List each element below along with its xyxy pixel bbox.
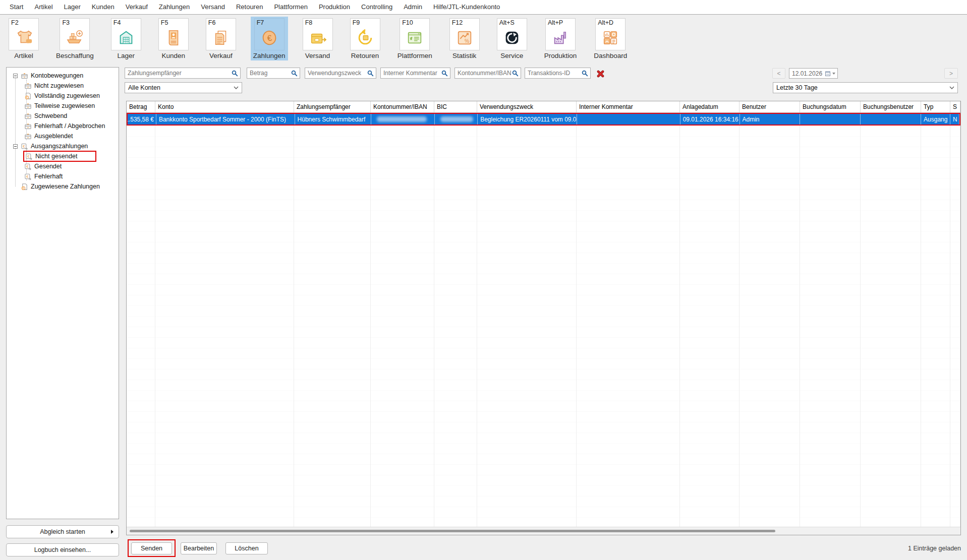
date-next-button[interactable]: > [944, 68, 958, 79]
menu-hilfe[interactable]: Hilfe/JTL-Kundenkonto [428, 3, 505, 11]
toolbar-button-versand[interactable]: F8 Versand [300, 17, 335, 60]
search-icon[interactable] [232, 70, 238, 77]
filter-kontonummer-iban-input[interactable] [455, 70, 512, 77]
abgleich-starten-button[interactable]: Abgleich starten [6, 525, 119, 538]
grid-column-line [294, 126, 371, 527]
collapse-icon[interactable] [13, 144, 18, 149]
toolbar-label: Produktion [544, 52, 577, 59]
toolbar-button-kunden[interactable]: F5 Kunden [156, 17, 191, 60]
column-header-bic[interactable]: BIC [434, 101, 477, 112]
date-prev-button[interactable]: < [772, 68, 785, 79]
table-row-selected[interactable]: 1.535,58 € Bankkonto Sportbedarf Sommer … [127, 113, 960, 126]
factory-icon [551, 28, 570, 47]
menu-plattformen[interactable]: Plattformen [268, 3, 313, 11]
toolbar-button-produktion[interactable]: Alt+P Produktion [542, 17, 580, 60]
filter-interner-kommentar-input[interactable] [381, 70, 441, 77]
menu-produktion[interactable]: Produktion [313, 3, 356, 11]
column-header-verwendungszweck[interactable]: Verwendungszweck [477, 101, 577, 112]
tree-item-zugewiesene-zahlungen[interactable]: € Zugewiesene Zahlungen [7, 181, 119, 192]
column-header-status[interactable]: S [950, 101, 960, 112]
scrollbar-thumb[interactable] [130, 530, 775, 532]
tree-item-label: Gesendet [34, 163, 62, 170]
filter-transaktions-id-input[interactable] [525, 70, 582, 77]
tree-item-vollstaendig-zugewiesen[interactable]: € Vollständig zugewiesen [7, 91, 119, 101]
menu-lager[interactable]: Lager [59, 3, 86, 11]
filter-verwendungszweck-input[interactable] [305, 70, 367, 77]
collapse-icon[interactable] [13, 74, 18, 78]
menu-admin[interactable]: Admin [398, 3, 428, 11]
toolbar-button-retouren[interactable]: F9 Retouren [348, 17, 383, 60]
toolbar-button-service[interactable]: Alt+S Service [494, 17, 530, 60]
menu-versand[interactable]: Versand [195, 3, 231, 11]
fkey-label: F4 [113, 19, 121, 26]
tree-item-fehlerhaft-abgebrochen[interactable]: Fehlerhaft / Abgebrochen [7, 121, 119, 131]
filter-betrag [247, 68, 300, 79]
toolbar-button-statistik[interactable]: F12 % Statistik [447, 17, 482, 60]
tree-item-schwebend[interactable]: Schwebend [7, 111, 119, 121]
toolbar-button-artikel[interactable]: F2 Artikel [6, 17, 41, 60]
senden-button[interactable]: Senden [131, 542, 172, 554]
fkey-label: F8 [305, 19, 313, 26]
date-picker[interactable]: 12.01.2026 [789, 68, 838, 79]
date-range-select[interactable]: Letzte 30 Tage [773, 82, 958, 93]
tree-item-fehlerhaft[interactable]: € Fehlerhaft [7, 171, 119, 181]
tree-item-label: Kontobewegungen [31, 72, 83, 79]
search-icon[interactable] [367, 70, 374, 77]
menu-verkauf[interactable]: Verkauf [120, 3, 153, 11]
search-icon[interactable] [291, 70, 298, 77]
fkey-label: F3 [62, 19, 70, 26]
fkey-label: F12 [452, 19, 463, 26]
filter-zahlungsempfaenger-input[interactable] [125, 70, 232, 77]
tree-item-gesendet[interactable]: € Gesendet [7, 161, 119, 171]
column-header-anlagedatum[interactable]: Anlagedatum [680, 101, 740, 112]
tree-item-kontobewegungen[interactable]: Kontobewegungen [7, 71, 119, 81]
menu-zahlungen[interactable]: Zahlungen [153, 3, 195, 11]
horizontal-scrollbar[interactable] [127, 527, 960, 535]
column-header-typ[interactable]: Typ [921, 101, 950, 112]
tree-item-ausgangszahlungen[interactable]: € Ausgangszahlungen [7, 141, 119, 151]
filter-zahlungsempfaenger [125, 68, 241, 79]
loeschen-button[interactable]: Löschen [225, 542, 268, 554]
tree-item-nicht-zugewiesen[interactable]: Nicht zugewiesen [7, 81, 119, 91]
toolbar-button-zahlungen[interactable]: F7 € Zahlungen [251, 17, 288, 60]
logbuch-einsehen-label: Logbuch einsehen... [34, 546, 91, 553]
column-header-interner-kommentar[interactable]: Interner Kommentar [577, 101, 680, 112]
search-icon[interactable] [582, 70, 588, 77]
column-header-zahlungsempfaenger[interactable]: Zahlungsempfänger [294, 101, 371, 112]
logbuch-einsehen-button[interactable]: Logbuch einsehen... [6, 543, 119, 556]
column-header-buchungsdatum[interactable]: Buchungsdatum [800, 101, 861, 112]
toolbar-button-beschaffung[interactable]: F3 Beschaffung [53, 17, 96, 60]
menu-artikel[interactable]: Artikel [29, 3, 58, 11]
search-icon[interactable] [512, 70, 519, 77]
column-header-buchungsbenutzer[interactable]: Buchungsbenutzer [861, 101, 921, 112]
cell-betrag: 1.535,58 € [128, 114, 156, 125]
documents-icon [211, 28, 231, 47]
tree-item-ausgeblendet[interactable]: Ausgeblendet [7, 131, 119, 141]
filter-betrag-input[interactable] [247, 70, 291, 77]
grid-column-line [371, 126, 434, 527]
menu-retouren[interactable]: Retouren [231, 3, 268, 11]
column-header-konto[interactable]: Konto [155, 101, 294, 112]
grid-column-line [577, 126, 680, 527]
toolbar-button-plattformen[interactable]: F10 Plattformen [395, 17, 435, 60]
filter-interner-kommentar [380, 68, 450, 79]
menu-start[interactable]: Start [4, 3, 29, 11]
menu-controlling[interactable]: Controlling [356, 3, 398, 11]
grid-column-line [921, 126, 950, 527]
cashbox-icon [24, 82, 32, 90]
tree-item-nicht-gesendet[interactable]: € Nicht gesendet [7, 151, 119, 161]
tree-item-teilweise-zugewiesen[interactable]: Teilweise zugewiesen [7, 101, 119, 111]
menu-kunden[interactable]: Kunden [86, 3, 120, 11]
toolbar-label: Kunden [162, 52, 186, 59]
column-header-betrag[interactable]: Betrag [127, 101, 155, 112]
search-icon[interactable] [441, 70, 448, 77]
cell-zahlungsempfaenger: Hübners Schwimmbedarf [295, 114, 372, 125]
account-select[interactable]: Alle Konten [125, 82, 242, 93]
column-header-kontonummer-iban[interactable]: Kontonummer/IBAN [371, 101, 434, 112]
toolbar-button-verkauf[interactable]: F6 Verkauf [203, 17, 239, 60]
clear-filters-button[interactable] [596, 69, 605, 79]
toolbar-button-dashboard[interactable]: Alt+D Dashboard [591, 17, 630, 60]
bearbeiten-button[interactable]: Bearbeiten [181, 542, 217, 554]
column-header-benutzer[interactable]: Benutzer [740, 101, 800, 112]
toolbar-button-lager[interactable]: F4 Lager [108, 17, 144, 60]
